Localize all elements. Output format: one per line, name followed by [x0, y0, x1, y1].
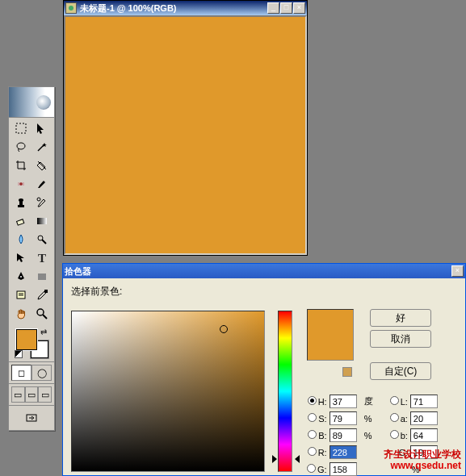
- svg-rect-0: [16, 123, 26, 133]
- svg-rect-8: [37, 218, 47, 224]
- canvas[interactable]: [64, 15, 307, 255]
- standard-mode-button[interactable]: ◻: [11, 365, 31, 381]
- color-picker-dialog: 拾色器 × 选择前景色: 好 取消: [62, 263, 466, 476]
- hand-tool[interactable]: [10, 305, 31, 323]
- crop-tool[interactable]: [10, 157, 31, 174]
- zoom-tool[interactable]: [32, 305, 52, 323]
- svg-point-6: [37, 198, 40, 201]
- svg-point-1: [17, 143, 25, 149]
- default-colors-icon[interactable]: [15, 350, 23, 358]
- svg-point-10: [20, 276, 22, 278]
- wand-tool[interactable]: [32, 138, 52, 156]
- h-input[interactable]: [330, 395, 357, 408]
- sv-marker[interactable]: [220, 325, 228, 333]
- r-radio[interactable]: [308, 447, 317, 456]
- move-tool[interactable]: [32, 119, 52, 137]
- heal-tool[interactable]: [10, 175, 31, 193]
- gradient-tool[interactable]: [32, 212, 52, 230]
- b2-input[interactable]: [410, 428, 438, 442]
- svg-rect-3: [18, 205, 24, 207]
- swap-colors-icon[interactable]: ⇄: [40, 328, 47, 336]
- s-input[interactable]: [330, 411, 357, 425]
- dodge-tool[interactable]: [32, 231, 52, 248]
- picker-titlebar[interactable]: 拾色器 ×: [63, 264, 465, 278]
- quickmask-mode-button[interactable]: ◯: [31, 365, 52, 381]
- picker-close-button[interactable]: ×: [451, 265, 464, 277]
- h-radio[interactable]: [308, 396, 317, 405]
- b2-radio[interactable]: [390, 430, 399, 439]
- app-icon: [65, 2, 77, 14]
- close-button[interactable]: ×: [293, 2, 305, 14]
- path-select-tool[interactable]: [10, 249, 31, 267]
- new-color: [308, 310, 353, 335]
- eyedropper-tool[interactable]: [32, 286, 52, 304]
- hue-thumb[interactable]: [274, 455, 298, 463]
- picker-title: 拾色器: [65, 265, 451, 278]
- b-radio[interactable]: [308, 430, 317, 439]
- slice-tool[interactable]: [32, 157, 52, 174]
- stamp-tool[interactable]: [10, 194, 31, 211]
- r-input[interactable]: [330, 445, 357, 459]
- color-preview: [307, 309, 354, 361]
- a-input[interactable]: [410, 411, 438, 425]
- foreground-swatch[interactable]: [16, 329, 37, 350]
- hue-slider[interactable]: [278, 311, 292, 472]
- g-input[interactable]: [330, 462, 357, 476]
- picker-label: 选择前景色:: [71, 285, 122, 299]
- svg-rect-11: [38, 273, 46, 280]
- maximize-button[interactable]: □: [280, 2, 292, 14]
- l-radio[interactable]: [390, 396, 399, 405]
- s-radio[interactable]: [308, 413, 317, 422]
- jump-to-button[interactable]: [22, 409, 42, 427]
- svg-point-5: [19, 198, 23, 202]
- lasso-tool[interactable]: [10, 138, 31, 156]
- shape-tool[interactable]: [32, 268, 52, 286]
- screen-standard-button[interactable]: ▭: [11, 386, 25, 403]
- watermark: 齐生设计职业学校 www.qsedu.net: [384, 449, 461, 471]
- type-tool[interactable]: T: [32, 249, 52, 267]
- svg-rect-7: [16, 219, 23, 225]
- tools-palette: T ⇄ ◻ ◯ ▭ ▭ ▭: [8, 86, 55, 431]
- document-title: 未标题-1 @ 100%(RGB): [80, 2, 267, 15]
- marquee-tool[interactable]: [10, 119, 31, 137]
- custom-button[interactable]: 自定(C): [370, 362, 431, 380]
- screen-full-button[interactable]: ▭: [38, 386, 52, 403]
- history-brush-tool[interactable]: [32, 194, 52, 211]
- pen-tool[interactable]: [10, 268, 31, 286]
- svg-point-14: [37, 309, 44, 315]
- svg-rect-13: [44, 290, 48, 293]
- minimize-button[interactable]: _: [267, 2, 279, 14]
- eraser-tool[interactable]: [10, 212, 31, 230]
- color-swatches: ⇄: [15, 328, 48, 358]
- screen-full-menu-button[interactable]: ▭: [25, 386, 39, 403]
- notes-tool[interactable]: [10, 286, 31, 304]
- a-radio[interactable]: [390, 413, 399, 422]
- document-window: 未标题-1 @ 100%(RGB) _ □ ×: [63, 0, 308, 256]
- cancel-button[interactable]: 取消: [370, 330, 431, 348]
- blur-tool[interactable]: [10, 231, 31, 248]
- websafe-icon[interactable]: [342, 367, 352, 377]
- g-radio[interactable]: [307, 464, 316, 473]
- document-titlebar[interactable]: 未标题-1 @ 100%(RGB) _ □ ×: [64, 1, 307, 15]
- b-input[interactable]: [330, 428, 357, 442]
- current-color[interactable]: [308, 335, 353, 360]
- l-input[interactable]: [410, 395, 438, 408]
- saturation-value-field[interactable]: [71, 311, 265, 472]
- brush-tool[interactable]: [32, 175, 52, 193]
- ok-button[interactable]: 好: [370, 309, 431, 327]
- tools-header[interactable]: [9, 87, 54, 118]
